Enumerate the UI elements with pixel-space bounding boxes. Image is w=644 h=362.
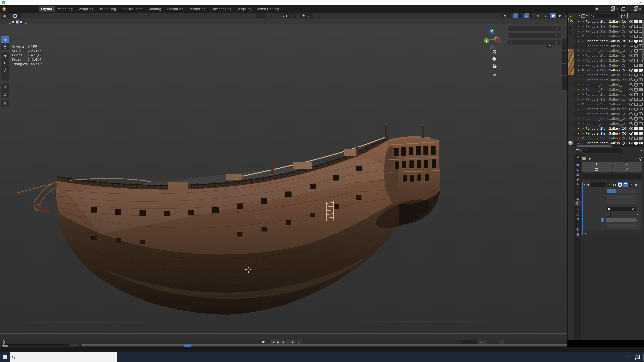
object-name[interactable]: Pandora_SternGallery_Lo — [586, 93, 628, 96]
object-name[interactable]: Pandora_SternGallery_Do — [586, 20, 628, 23]
object-name[interactable]: Pandora_SternGallery_Dr — [586, 49, 629, 53]
disable-in-viewports-toggle[interactable] — [634, 74, 638, 76]
maximize-button[interactable]: ▢ — [629, 1, 636, 4]
outliner-row[interactable]: ▶ Pandora_SternGallery_Lo — [574, 97, 644, 102]
expand-icon[interactable]: ▶ — [578, 84, 580, 86]
tab-edit[interactable] — [562, 64, 567, 75]
prev-keyframe-button[interactable]: ◀◀ — [275, 340, 280, 344]
hide-in-viewport-toggle[interactable] — [629, 142, 633, 144]
object-name[interactable]: Pandora_SternGallery_Dr — [586, 39, 628, 43]
disable-in-viewports-toggle[interactable] — [634, 113, 638, 115]
blender-menu-icon[interactable] — [2, 7, 6, 11]
axis-z[interactable] — [626, 189, 636, 193]
disable-in-viewports-toggle[interactable] — [634, 30, 638, 33]
bisect-x[interactable] — [607, 195, 616, 199]
hide-in-viewport-toggle[interactable] — [629, 122, 633, 125]
disable-in-renders-toggle[interactable] — [639, 98, 643, 101]
play-button[interactable]: ▶ — [286, 340, 291, 344]
expand-icon[interactable]: ▶ — [578, 54, 580, 57]
disable-in-viewports-toggle[interactable] — [634, 108, 638, 110]
mirror-object-field[interactable] — [607, 207, 636, 211]
disable-in-viewports-toggle[interactable] — [634, 137, 638, 140]
outliner-row[interactable]: ▶ Pandora_SternGallery_Do — [574, 19, 644, 24]
disable-in-renders-toggle[interactable] — [639, 83, 643, 86]
hide-in-viewport-toggle[interactable] — [629, 59, 633, 62]
tool-cursor[interactable] — [1, 43, 9, 50]
outliner-display-mode[interactable] — [582, 14, 588, 17]
disable-in-viewports-toggle[interactable] — [634, 79, 638, 81]
select-mode-subtract-icon[interactable] — [16, 20, 19, 24]
hide-in-viewport-toggle[interactable] — [629, 127, 633, 130]
properties-tab[interactable] — [574, 206, 581, 212]
strip-button-2[interactable] — [568, 31, 572, 34]
expand-icon[interactable]: ▶ — [578, 142, 580, 144]
properties-tab[interactable] — [574, 162, 581, 167]
disable-in-viewports-toggle[interactable] — [634, 49, 638, 52]
expand-icon[interactable]: ▶ — [578, 35, 580, 37]
properties-tab[interactable] — [574, 222, 581, 227]
object-name[interactable]: Pandora_SternGallery_QG — [586, 136, 628, 140]
notification-center-icon[interactable] — [635, 355, 640, 359]
properties-tab[interactable] — [574, 182, 581, 187]
object-name[interactable]: Pandora_SternGallery_Inn — [586, 73, 628, 77]
pin-icon[interactable] — [607, 7, 610, 10]
expand-icon[interactable]: ▶ — [578, 40, 580, 42]
auto-keying-icon[interactable] — [262, 341, 265, 343]
disable-in-renders-toggle[interactable] — [639, 108, 643, 110]
outliner-row[interactable]: ▶ Pandora_SternGallery_Lo — [574, 82, 644, 87]
disable-in-viewports-toggle[interactable] — [634, 35, 638, 37]
edit-mode-display-toggle[interactable]: ▽ — [606, 182, 611, 187]
outliner-hscrollbar[interactable] — [574, 145, 644, 147]
object-name[interactable]: Pandora_SternGallery_QG — [586, 127, 628, 130]
object-name[interactable]: Pandora_SternGallery_Lo — [586, 97, 628, 101]
outliner-row[interactable]: ▶ Pandora_SternGallery_Lo — [574, 92, 644, 97]
disable-in-renders-toggle[interactable] — [639, 44, 643, 47]
outliner-row[interactable]: ▶ Pandora_SternGallery_QG — [574, 131, 644, 136]
shading-wireframe[interactable]: ○ — [543, 13, 550, 18]
hide-in-viewport-toggle[interactable] — [629, 69, 633, 71]
hide-in-viewport-toggle[interactable] — [629, 88, 633, 91]
xray-toggle[interactable]: ⧉ — [535, 13, 540, 18]
play-reverse-button[interactable]: ◀ — [280, 340, 286, 344]
timeline-hscrollbar[interactable] — [82, 344, 567, 346]
menu-keying[interactable] — [13, 342, 18, 343]
modifier-name-field[interactable] — [590, 182, 606, 187]
tool-measure[interactable]: ◷ — [1, 90, 9, 98]
new-view-layer-icon[interactable] — [634, 7, 637, 11]
tab-item[interactable] — [562, 26, 567, 38]
disable-in-renders-toggle[interactable] — [639, 117, 643, 120]
strip-select-tool-icon[interactable] — [568, 17, 573, 22]
object-name[interactable]: Pandora_SternGallery_Dr — [586, 54, 628, 57]
npanel-align-tools[interactable]: ›⣿⣿ — [508, 40, 562, 45]
timeline-mini-button[interactable] — [70, 344, 78, 346]
object-name[interactable]: Pandora_SternGallery_Dr — [586, 29, 628, 33]
expand-icon[interactable]: ▶ — [578, 74, 580, 76]
menu-playback[interactable] — [7, 342, 13, 343]
hide-in-viewport-toggle[interactable] — [629, 30, 633, 33]
object-name[interactable]: Pandora_SternGallery_QG — [586, 122, 628, 125]
npanel-properties[interactable]: ›⣿⣿ — [508, 33, 562, 38]
workspace-tab[interactable]: Compositing — [208, 6, 234, 12]
proportional-falloff[interactable]: ∿ — [306, 13, 313, 18]
frame-end-field[interactable] — [500, 340, 504, 344]
select-mode-new-icon[interactable] — [8, 20, 11, 24]
disable-in-renders-toggle[interactable] — [639, 137, 643, 140]
disable-in-renders-toggle[interactable] — [639, 103, 643, 106]
shading-solid[interactable] — [550, 13, 556, 18]
outliner-row[interactable]: ▶ Pandora_SternGallery_QG — [574, 136, 644, 141]
snap-settings[interactable]: ⊞ — [288, 13, 296, 18]
tab-tool[interactable] — [562, 39, 567, 50]
proportional-editing-toggle[interactable] — [300, 13, 306, 18]
viewport-canvas[interactable]: Objects 0 / 99 Vertices 734,327 Edges 1,… — [0, 24, 567, 340]
workspace-tab[interactable]: Texture Paint — [118, 6, 145, 12]
close-button[interactable]: ✕ — [636, 1, 644, 4]
bisect-distance-slider[interactable] — [607, 224, 636, 228]
hide-in-viewport-toggle[interactable] — [629, 98, 633, 101]
apply-all-button[interactable]: ↓ — [582, 162, 612, 167]
expand-icon[interactable]: ▶ — [578, 64, 580, 66]
outliner-row[interactable]: ▶ Pandora_SternGallery_Dr — [574, 24, 644, 29]
disable-in-viewports-toggle[interactable] — [634, 25, 638, 28]
merge-checkbox[interactable] — [601, 218, 604, 222]
hide-in-viewport-toggle[interactable] — [629, 117, 633, 120]
snap-toggle[interactable] — [282, 13, 288, 18]
